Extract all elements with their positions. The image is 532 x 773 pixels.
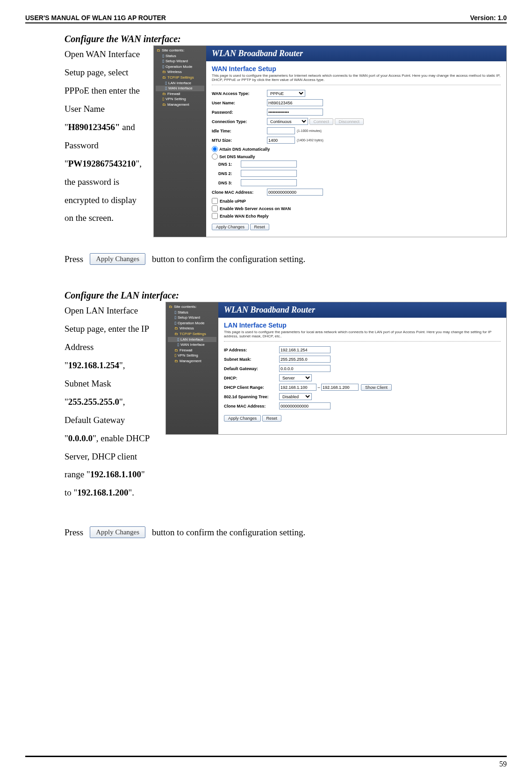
show-client-button[interactable]: Show Client xyxy=(361,384,392,391)
dns1-input[interactable] xyxy=(241,160,297,168)
dns3-input[interactable] xyxy=(241,179,297,186)
wan-title: WAN Interface Setup xyxy=(212,65,501,73)
wan-access-select[interactable]: PPPoE xyxy=(267,90,305,97)
upnp-checkbox[interactable] xyxy=(212,198,218,204)
lan-screenshot: 🗀Site contents: ▯Status ▯Setup Wizard ▯O… xyxy=(165,302,507,435)
page-number: 59 xyxy=(499,760,507,768)
echo-checkbox[interactable] xyxy=(212,213,218,219)
press-tail: button to confirm the configuration sett… xyxy=(152,527,305,538)
lan-mask-input[interactable] xyxy=(279,356,331,363)
doc-header-right: Version: 1.0 xyxy=(470,14,507,22)
wan-clone-input[interactable] xyxy=(267,189,323,196)
press-label: Press xyxy=(65,527,83,538)
press-tail: button to confirm the configuration sett… xyxy=(152,254,305,264)
wan-idle-input[interactable] xyxy=(267,127,295,134)
footer-rule xyxy=(25,756,507,757)
dns-manual-radio[interactable] xyxy=(212,153,218,160)
section-a-title: Configure the WAN interface: xyxy=(65,34,507,44)
webwan-checkbox[interactable] xyxy=(212,205,218,211)
lan-clone-input[interactable] xyxy=(279,402,331,409)
sidebar: 🗀Site contents: ▯Status ▯Setup Wizard ▯O… xyxy=(154,46,206,237)
disconnect-button[interactable]: Disconnect xyxy=(335,118,364,125)
wan-desc: This page is used to configure the param… xyxy=(212,73,501,85)
router-banner: WLAN Broadband Router xyxy=(218,302,506,318)
lan-desc: This page is used to configure the param… xyxy=(224,330,501,342)
wan-pass-input[interactable] xyxy=(267,109,323,116)
dns-auto-radio[interactable] xyxy=(212,146,218,152)
lan-ip-input[interactable] xyxy=(279,346,331,353)
lan-title: LAN Interface Setup xyxy=(224,321,501,329)
doc-header-left: USER'S MANUAL OF WLAN 11G AP ROUTER xyxy=(25,14,166,22)
press-label: Press xyxy=(65,254,83,264)
section-b-body: Open LAN Interface Setup page, enter the… xyxy=(65,302,162,502)
lan-range-b-input[interactable] xyxy=(321,384,359,391)
lan-gw-input[interactable] xyxy=(279,365,331,372)
lan-dhcp-select[interactable]: Server xyxy=(279,374,312,381)
wan-mtu-input[interactable] xyxy=(267,137,295,144)
router-banner: WLAN Broadband Router xyxy=(206,46,506,61)
wan-user-input[interactable] xyxy=(267,99,323,106)
wan-conn-select[interactable]: Continuous xyxy=(267,118,308,125)
section-a-body: Open WAN Interface Setup page, select PP… xyxy=(65,45,150,227)
sidebar: 🗀Site contents: ▯Status ▯Setup Wizard ▯O… xyxy=(166,302,218,434)
wan-reset-button[interactable]: Reset xyxy=(250,224,270,230)
section-b-title: Configure the LAN interface: xyxy=(65,290,507,301)
lan-stp-select[interactable]: Disabled xyxy=(279,393,312,400)
connect-button[interactable]: Connect xyxy=(309,118,334,125)
wan-screenshot: 🗀Site contents: ▯Status ▯Setup Wizard ▯O… xyxy=(153,45,507,237)
apply-changes-button[interactable]: Apply Changes xyxy=(90,526,145,538)
dns2-input[interactable] xyxy=(241,170,297,177)
lan-reset-button[interactable]: Reset xyxy=(262,415,282,422)
lan-apply-button[interactable]: Apply Changes xyxy=(224,415,261,422)
lan-range-a-input[interactable] xyxy=(279,384,316,391)
apply-changes-button[interactable]: Apply Changes xyxy=(90,253,145,265)
wan-apply-button[interactable]: Apply Changes xyxy=(212,224,249,230)
